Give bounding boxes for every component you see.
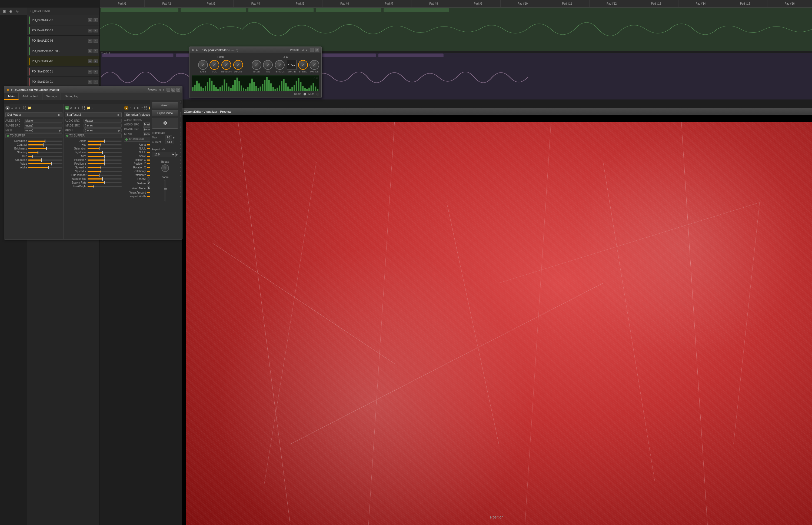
track-more-5[interactable]: ≡ xyxy=(93,59,98,63)
track-item[interactable]: PO_BeatAmpedA130... M ≡ xyxy=(27,46,100,56)
slider-brightness[interactable] xyxy=(28,148,62,149)
snowflake-button[interactable]: ❄ xyxy=(152,118,178,129)
toolbar-grid-icon[interactable]: ⊞ xyxy=(2,9,7,14)
frame-max-arrow[interactable]: ▶ xyxy=(173,136,175,139)
col-c-next[interactable]: ▶ xyxy=(18,106,21,109)
to-buffer-c[interactable]: TO BUFFER xyxy=(5,133,62,138)
presets-prev[interactable]: ◀ xyxy=(158,88,161,91)
tab-add-content[interactable]: Add content xyxy=(19,93,42,100)
pad-9[interactable]: Pad #9 xyxy=(456,0,501,7)
slider-shading[interactable] xyxy=(28,152,62,153)
slider-spawn-rate[interactable] xyxy=(88,182,122,183)
slider-wander-spd[interactable] xyxy=(88,178,122,180)
presets-next[interactable]: ▶ xyxy=(162,88,165,91)
slider-spread-y[interactable] xyxy=(88,171,122,172)
track-mute-1[interactable]: M xyxy=(88,18,92,22)
mute-radio[interactable] xyxy=(317,93,319,95)
ramp-radio[interactable] xyxy=(303,93,306,95)
col-b-prev[interactable]: ◀ xyxy=(133,106,136,109)
aspect-arrow[interactable]: ▶ xyxy=(176,153,178,156)
pad-1[interactable]: Pad #1 xyxy=(100,0,145,7)
track-more-4[interactable]: ≡ xyxy=(93,49,98,53)
track-mute-3[interactable]: M xyxy=(88,39,92,43)
pad-7[interactable]: Pad #7 xyxy=(367,0,412,7)
slider-saturation-c[interactable] xyxy=(28,160,62,161)
freeze-checkbox[interactable] xyxy=(147,177,150,181)
slider-value[interactable] xyxy=(28,163,62,164)
track-mute-4[interactable]: M xyxy=(88,49,92,53)
pad-10[interactable]: Pad #10 xyxy=(501,0,545,7)
tab-debug-log[interactable]: Debug log xyxy=(61,93,82,100)
folder-icon-c[interactable]: 📁 xyxy=(27,106,31,110)
chain-icon-a[interactable]: ⛓ xyxy=(81,106,86,110)
track-mute-5[interactable]: M xyxy=(88,59,92,63)
tension-knob[interactable] xyxy=(221,60,231,70)
rotate-knob[interactable] xyxy=(161,164,169,172)
pad-13[interactable]: Pad #13 xyxy=(634,0,679,7)
col-c-prev[interactable]: ◀ xyxy=(14,106,17,109)
track-mute-6[interactable]: M xyxy=(88,70,92,74)
settings-icon-a[interactable]: ? xyxy=(92,106,93,109)
slider-hue-wander[interactable] xyxy=(88,175,122,176)
track-item[interactable]: PO_BeatA130-08 M ≡ xyxy=(27,36,100,46)
pad-2[interactable]: Pad #2 xyxy=(145,0,189,7)
wizard-button[interactable]: Wizard xyxy=(152,102,178,108)
track-item[interactable]: PO_BeatA130-18 M ≡ xyxy=(27,15,100,26)
slider-pos-y-a[interactable] xyxy=(88,163,122,164)
toolbar-magnet-icon[interactable]: ⊕ xyxy=(8,9,14,14)
tab-main[interactable]: Main xyxy=(4,93,19,100)
decay-knob[interactable] xyxy=(233,60,243,70)
peak-close[interactable]: ✕ xyxy=(315,48,319,52)
col-a-prev[interactable]: ◀ xyxy=(73,106,76,109)
pad-4[interactable]: Pad #4 xyxy=(234,0,278,7)
to-buffer-a[interactable]: TO BUFFER xyxy=(65,133,122,138)
track-item[interactable]: PO_Sive130C-01 M ≡ xyxy=(27,66,100,77)
chain-icon[interactable]: ⛓ xyxy=(22,106,26,110)
lfo-shape-display[interactable] xyxy=(287,60,297,70)
export-video-button[interactable]: Export Video xyxy=(152,110,178,116)
pad-14[interactable]: Pad #14 xyxy=(678,0,723,7)
lfo-speed-knob[interactable] xyxy=(298,60,308,70)
pad-5[interactable]: Pad #5 xyxy=(278,0,323,7)
plugin-dot-matrix[interactable]: Dot Matrix ▶ xyxy=(5,112,62,117)
base-knob[interactable] xyxy=(198,60,208,70)
peak-prev[interactable]: ◀ xyxy=(301,48,304,51)
col-a-next[interactable]: ▶ xyxy=(77,106,80,109)
track-more-6[interactable]: ≡ xyxy=(93,70,98,74)
pad-6[interactable]: Pad #6 xyxy=(322,0,367,7)
lfo-base-knob[interactable] xyxy=(252,60,261,70)
pad-8[interactable]: Pad #8 xyxy=(411,0,456,7)
chain-icon-b[interactable]: ⛓ xyxy=(144,106,148,110)
pad-12[interactable]: Pad #12 xyxy=(589,0,634,7)
slider-spread-x[interactable] xyxy=(88,167,122,168)
vol-knob[interactable] xyxy=(210,60,219,70)
track-more-2[interactable]: ≡ xyxy=(93,29,98,32)
col-b-next[interactable]: ▶ xyxy=(136,106,140,109)
track-more-3[interactable]: ≡ xyxy=(93,39,98,43)
track-mute-2[interactable]: M xyxy=(88,29,92,32)
slider-contrast[interactable] xyxy=(28,144,62,146)
slider-alpha-a[interactable] xyxy=(88,140,122,142)
lfo-phase-knob[interactable] xyxy=(310,60,319,70)
frame-max-value[interactable]: 60 xyxy=(165,135,172,139)
lfo-tension-knob[interactable] xyxy=(275,60,285,70)
slider-pos-x-a[interactable] xyxy=(88,160,122,161)
pad-16[interactable]: Pad #16 xyxy=(767,0,812,7)
peak-expand-icon[interactable]: ▶ xyxy=(196,49,198,51)
slider-lineweight[interactable] xyxy=(88,186,122,187)
lfo-vol-knob[interactable] xyxy=(263,60,273,70)
peak-next[interactable]: ▶ xyxy=(305,48,309,51)
track-more-7[interactable]: ≡ xyxy=(93,80,98,84)
help-icon-b[interactable]: ? xyxy=(141,106,143,109)
minimize-btn[interactable]: ─ xyxy=(166,88,170,92)
track-item[interactable]: PO_BeatB130-03 M ≡ xyxy=(27,56,100,66)
slider-resolution[interactable] xyxy=(28,140,62,142)
toolbar-link-icon[interactable]: ∿ xyxy=(15,9,20,14)
track-item[interactable]: PO_BeatA130-12 M ≡ xyxy=(27,26,100,36)
folder-icon-a[interactable]: 📁 xyxy=(87,106,91,110)
slider-hue-a[interactable] xyxy=(88,144,122,146)
slider-lightness[interactable] xyxy=(88,152,122,153)
track-more-1[interactable]: ≡ xyxy=(93,18,98,22)
pad-3[interactable]: Pad #3 xyxy=(189,0,234,7)
tab-settings[interactable]: Settings xyxy=(42,93,61,100)
